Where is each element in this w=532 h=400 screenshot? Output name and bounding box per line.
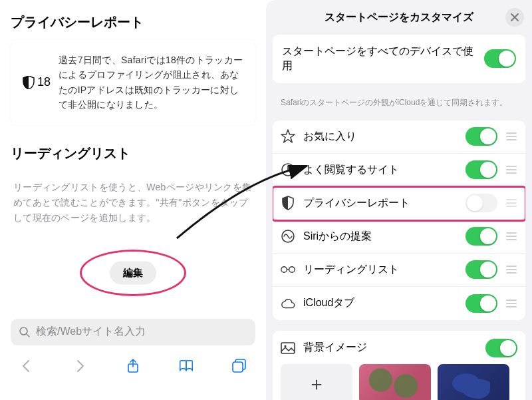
customize-title: スタートページをカスタマイズ bbox=[325, 11, 473, 25]
image-icon bbox=[281, 341, 295, 355]
list-item-toggle[interactable] bbox=[466, 294, 497, 313]
list-item-label: iCloudタブ bbox=[303, 296, 458, 310]
privacy-section-title: プライバシーレポート bbox=[11, 13, 255, 31]
drag-handle-icon[interactable] bbox=[505, 266, 517, 274]
list-item-toggle[interactable] bbox=[466, 127, 497, 146]
shield-icon bbox=[281, 196, 295, 210]
list-item-label: よく閲覧するサイト bbox=[303, 163, 458, 177]
svg-line-1 bbox=[27, 334, 29, 337]
tabs-icon[interactable] bbox=[231, 358, 247, 374]
magnifier-icon bbox=[19, 326, 31, 338]
bookmarks-icon[interactable] bbox=[178, 358, 194, 374]
list-item-toggle[interactable] bbox=[466, 260, 497, 279]
svg-point-7 bbox=[281, 267, 287, 272]
drag-handle-icon[interactable] bbox=[505, 232, 517, 240]
edit-button[interactable]: 編集 bbox=[110, 261, 156, 284]
svg-point-0 bbox=[20, 327, 27, 335]
sync-footer: Safariのスタートページの外観がiCloudを通じて同期されます。 bbox=[281, 97, 517, 108]
bottom-toolbar bbox=[0, 349, 266, 383]
bg-add[interactable]: ＋ bbox=[281, 364, 352, 400]
close-button[interactable] bbox=[505, 8, 524, 27]
close-icon bbox=[511, 13, 519, 21]
cloud-icon bbox=[281, 296, 295, 311]
list-item-toggle[interactable] bbox=[466, 227, 497, 246]
privacy-text: 過去7日間で、Safariでは18件のトラッカーによるプロファイリングが阻止され… bbox=[59, 53, 243, 112]
drag-handle-icon[interactable] bbox=[505, 132, 517, 140]
svg-rect-4 bbox=[233, 362, 243, 372]
list-item-label: プライバシーレポート bbox=[303, 196, 458, 210]
bg-toggle[interactable] bbox=[485, 339, 517, 357]
bg-thumb-2[interactable] bbox=[438, 364, 509, 400]
svg-point-10 bbox=[284, 345, 286, 347]
bg-thumb-1[interactable] bbox=[359, 364, 431, 400]
drag-handle-icon[interactable] bbox=[505, 300, 517, 307]
reading-section-title: リーディングリスト bbox=[11, 144, 255, 162]
list-item-toggle[interactable] bbox=[466, 160, 497, 179]
list-item-cloud[interactable]: iCloudタブ bbox=[273, 287, 525, 320]
drag-handle-icon[interactable] bbox=[505, 199, 517, 207]
list-item-star[interactable]: お気に入り bbox=[273, 120, 525, 154]
bg-label: 背景イメージ bbox=[303, 341, 477, 355]
search-placeholder: 検索/Webサイト名入力 bbox=[36, 325, 146, 339]
list-item-label: お気に入り bbox=[303, 130, 458, 144]
sync-toggle[interactable] bbox=[484, 49, 516, 68]
reading-hint: リーディングリストを使うと、Webページやリンクを集めてあとで読むことができます… bbox=[13, 180, 253, 226]
glasses-icon bbox=[281, 262, 295, 277]
list-item-toggle[interactable] bbox=[466, 194, 497, 212]
sync-label: スタートページをすべてのデバイスで使用 bbox=[282, 44, 477, 74]
shield-icon bbox=[23, 76, 35, 89]
edit-button-highlight: 編集 bbox=[80, 250, 186, 296]
forward-icon[interactable] bbox=[72, 358, 88, 374]
list-item-label: Siriからの提案 bbox=[303, 230, 458, 244]
siri-icon bbox=[281, 229, 295, 244]
privacy-card[interactable]: 18 過去7日間で、Safariでは18件のトラッカーによるプロファイリングが阻… bbox=[11, 39, 255, 126]
clock-icon bbox=[281, 162, 295, 177]
customize-list: お気に入りよく閲覧するサイトプライバシーレポートSiriからの提案リーディングリ… bbox=[273, 120, 525, 320]
list-item-label: リーディングリスト bbox=[303, 263, 458, 277]
drag-handle-icon[interactable] bbox=[505, 166, 517, 174]
list-item-glasses[interactable]: リーディングリスト bbox=[273, 254, 525, 287]
list-item-shield[interactable]: プライバシーレポート bbox=[273, 187, 525, 220]
svg-rect-9 bbox=[281, 343, 295, 353]
back-icon[interactable] bbox=[19, 358, 35, 374]
svg-point-8 bbox=[289, 267, 295, 272]
tracker-count: 18 bbox=[37, 75, 51, 89]
star-icon bbox=[281, 129, 295, 144]
list-item-siri[interactable]: Siriからの提案 bbox=[273, 220, 525, 254]
search-bar[interactable]: 検索/Webサイト名入力 bbox=[11, 319, 255, 345]
share-icon[interactable] bbox=[125, 358, 141, 374]
list-item-clock[interactable]: よく閲覧するサイト bbox=[273, 154, 525, 187]
